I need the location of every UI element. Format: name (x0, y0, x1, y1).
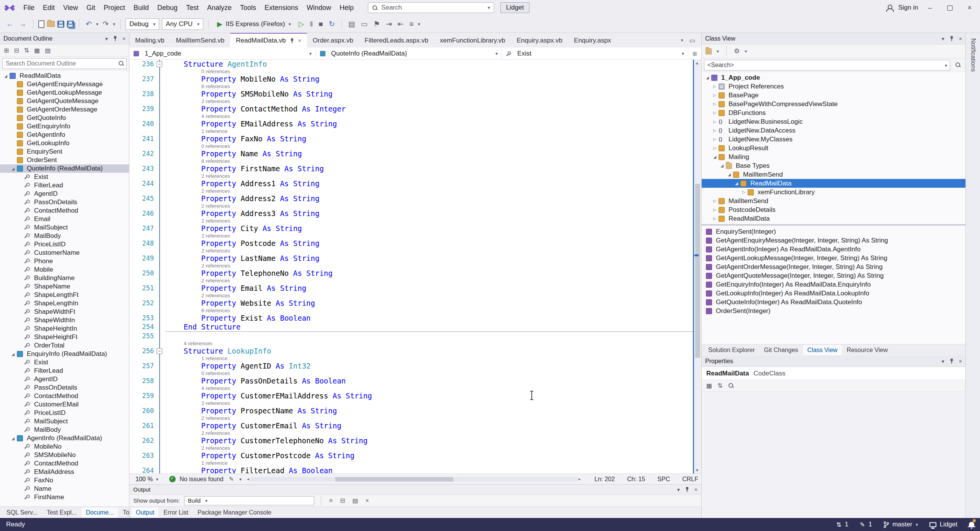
member-getagentordermessage-integer-integer-string-as-string[interactable]: GetAgentOrderMessage(Integer, Integer, S… (702, 262, 965, 271)
classview-item-mailing[interactable]: ◢Mailing (702, 152, 965, 161)
expander-icon[interactable]: ▷ (711, 146, 718, 150)
codelens-references[interactable]: 2 references (129, 203, 693, 209)
save-icon[interactable] (57, 21, 64, 28)
sort-icon[interactable]: ⇅ (24, 47, 29, 54)
outline-item-mobileno[interactable]: MobileNo (0, 442, 129, 451)
find-in-files-icon[interactable]: ▤ (347, 19, 357, 29)
window-position-icon[interactable]: ▾ (942, 358, 944, 364)
menu-view[interactable]: View (59, 2, 82, 14)
outline-item-getagentlookupmessage[interactable]: GetAgentLookupMessage (0, 88, 129, 97)
member-getagentinfo-integer-as-readmaildata-agentinfo[interactable]: GetAgentInfo(Integer) As ReadMailData.Ag… (702, 245, 965, 254)
project-dropdown[interactable]: 1_App_code ▾ (129, 48, 316, 59)
outline-item-enquiryinfo-readmaildata[interactable]: ◢EnquiryInfo (ReadMailData) (0, 350, 129, 358)
navigate-forward-icon[interactable]: → (18, 20, 28, 29)
menu-tools[interactable]: Tools (236, 2, 260, 14)
pending-edits[interactable]: ✎ 1 (854, 518, 878, 531)
codelens-references[interactable]: 2 references (129, 248, 693, 254)
close-icon[interactable]: × (694, 487, 697, 493)
solution-config-dropdown[interactable]: Debug ▾ (126, 18, 159, 30)
close-button[interactable]: × (963, 3, 976, 13)
tool-tab-solution-explorer[interactable]: Solution Explorer (704, 345, 759, 355)
start-without-debugging-icon[interactable]: ▷ (297, 19, 306, 29)
panel-tab-package-manager-console[interactable]: Package Manager Console (193, 508, 276, 518)
outline-item-agentid[interactable]: AgentID (0, 190, 129, 198)
editor-tab-enquiry-aspx-vb[interactable]: Enquiry.aspx.vb (511, 33, 568, 48)
classview-item-mailitemsend[interactable]: ◢MailItemSend (702, 170, 965, 179)
vertical-scrollbar[interactable]: ▲ ▼ (693, 60, 701, 474)
zoom-dropdown[interactable]: 100 % ▾ (132, 476, 165, 483)
code-line-262[interactable]: 262 Property CustomerTelephoneNo As Stri… (129, 436, 693, 445)
outline-item-shapeheightin[interactable]: ShapeHeightIn (0, 324, 129, 333)
expander-icon[interactable]: ▷ (711, 102, 718, 106)
menu-extensions[interactable]: Extensions (260, 2, 302, 14)
scroll-left-icon[interactable]: ◂ (247, 477, 249, 482)
expander-icon[interactable]: ▷ (711, 111, 718, 115)
outline-item-quoteinfo-readmaildata[interactable]: ◢QuoteInfo (ReadMailData) (0, 164, 129, 173)
expander-icon[interactable]: ▷ (711, 84, 718, 88)
code-line-248[interactable]: 248 Property Postcode As String (129, 239, 693, 248)
outline-item-getagentquotemessage[interactable]: GetAgentQuoteMessage (0, 97, 129, 105)
code-line-257[interactable]: 257 Property AgentID As Int32 (129, 362, 693, 370)
output-source-dropdown[interactable]: Build ▾ (184, 496, 314, 505)
outline-item-exist[interactable]: Exist (0, 173, 129, 181)
settings-gear-icon[interactable]: ⚙ (734, 47, 740, 55)
bookmark-icon[interactable]: ⚑ (372, 19, 382, 29)
quick-search[interactable]: Search ▾ (368, 2, 494, 13)
editor-tab-enquiry-aspx[interactable]: Enquiry.aspx (568, 33, 617, 48)
outline-item-shapeheightft[interactable]: ShapeHeightFt (0, 333, 129, 341)
pin-icon[interactable] (290, 38, 294, 44)
expand-all-icon[interactable]: ⊞ (4, 47, 9, 54)
panel-tab-error-list[interactable]: Error List (159, 508, 193, 518)
expander-icon[interactable]: ◢ (711, 155, 718, 159)
redo-dropdown-icon[interactable]: ▾ (113, 21, 115, 27)
outline-item-contactmethod[interactable]: ContactMethod (0, 392, 129, 400)
editor-tab-order-aspx-vb[interactable]: Order.aspx.vb (307, 33, 359, 48)
outline-item-getlookupinfo[interactable]: GetLookupInfo (0, 139, 129, 148)
menu-test[interactable]: Test (182, 2, 203, 14)
code-line-244[interactable]: 244 Property Address1 As String (129, 179, 693, 188)
codelens-references[interactable]: 2 references (129, 263, 693, 269)
health-check-icon[interactable] (169, 476, 176, 482)
menu-edit[interactable]: Edit (39, 2, 59, 14)
outline-item-getenquiryinfo[interactable]: GetEnquiryInfo (0, 122, 129, 131)
code-line-251[interactable]: 251 Property Email As String (129, 284, 693, 293)
word-wrap-icon[interactable]: ▤ (351, 497, 359, 505)
outline-item-ordersent[interactable]: OrderSent (0, 156, 129, 164)
classview-item-project-references[interactable]: ▷Project References (702, 82, 965, 91)
expander-icon[interactable]: ▷ (711, 128, 718, 133)
outline-item-passondetails[interactable]: PassOnDetails (0, 384, 129, 392)
minimize-button[interactable]: – (923, 3, 936, 13)
classview-item-lidgetnew-dataaccess[interactable]: ▷LidgetNew.DataAccess (702, 126, 965, 135)
tab-list-icon[interactable]: ▾ (681, 38, 683, 43)
member-getagentenquirymessage-integer-integer-string-as-string[interactable]: GetAgentEnquiryMessage(Integer, Integer,… (702, 236, 965, 245)
class-view-search-input[interactable] (704, 60, 950, 70)
code-line-256[interactable]: 256− Structure LookupInfo (129, 347, 693, 356)
codelens-references[interactable]: 2 references (129, 430, 693, 436)
outline-item-mailbody[interactable]: MailBody (0, 426, 129, 434)
scrollbar-thumb[interactable] (695, 184, 700, 358)
outline-item-shapename[interactable]: ShapeName (0, 282, 129, 291)
outline-item-filterlead[interactable]: FilterLead (0, 367, 129, 375)
expander-icon[interactable]: ▷ (711, 208, 718, 212)
outdent-icon[interactable]: ⇤ (396, 19, 405, 29)
scroll-down-icon[interactable]: ▼ (695, 468, 699, 472)
start-debugging-button[interactable]: ▶ IIS Express (Firefox) ▾ (214, 19, 294, 30)
save-all-icon[interactable] (67, 21, 74, 28)
codelens-references[interactable]: 1 reference (129, 128, 693, 134)
classview-item-mailitemsend[interactable]: ▷MailItemSend (702, 197, 965, 205)
outline-item-emailaddress[interactable]: EMailAddress (0, 468, 129, 476)
chevron-down-icon[interactable]: ▾ (717, 49, 719, 54)
outline-item-email[interactable]: Email (0, 215, 129, 223)
outline-item-mailbody[interactable]: MailBody (0, 232, 129, 240)
classview-item-xemfunctionlibrary[interactable]: ▷xemFunctionLibrary (702, 188, 965, 197)
member-ordersent-integer[interactable]: OrderSent(Integer) (702, 306, 965, 315)
outline-item-filterlead[interactable]: FilterLead (0, 181, 129, 190)
window-position-icon[interactable]: ▾ (942, 36, 944, 42)
classview-item-lookupresult[interactable]: ▷LookupResult (702, 144, 965, 152)
pin-icon[interactable] (113, 36, 118, 41)
code-line-264[interactable]: 264 Property FilterLead As Boolean (129, 466, 693, 474)
outline-item-ordertotal[interactable]: OrderTotal (0, 341, 129, 350)
notifications-tab[interactable]: Notifications (965, 33, 980, 518)
restart-icon[interactable]: ↻ (327, 19, 336, 29)
type-dropdown[interactable]: QuoteInfo (ReadMailData) ▾ (316, 48, 502, 59)
